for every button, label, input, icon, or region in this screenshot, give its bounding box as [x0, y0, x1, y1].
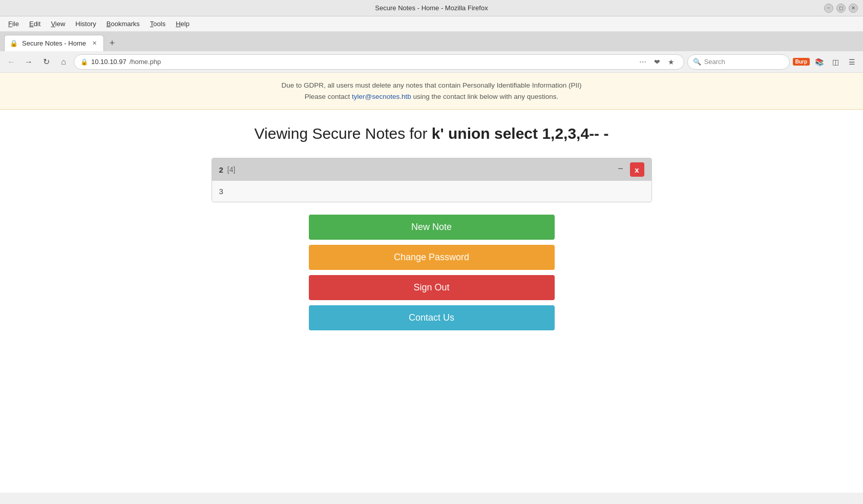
gdpr-line1: Due to GDPR, all users must delete any n…: [10, 80, 853, 91]
url-path: /home.php: [130, 58, 161, 66]
window-controls: − ◻ ✕: [824, 4, 858, 13]
reader-mode-button[interactable]: ⋯: [637, 56, 649, 68]
note-body: 3: [212, 181, 651, 202]
tab-label: Secure Notes - Home: [22, 39, 86, 47]
main-content: Viewing Secure Notes for k' union select…: [201, 110, 662, 346]
page-content: Due to GDPR, all users must delete any n…: [0, 73, 863, 493]
search-icon: 🔍: [693, 58, 701, 66]
heading-bold: k' union select 1,2,3,4-- -: [432, 125, 609, 142]
menu-file[interactable]: File: [4, 18, 23, 29]
toolbar-right: Burp 📚 ◫ ☰: [793, 55, 859, 69]
change-password-button[interactable]: Change Password: [309, 245, 555, 270]
menu-view[interactable]: View: [47, 18, 69, 29]
gdpr-line2: Please contact tyler@secnotes.htb using …: [10, 91, 853, 102]
note-delete-button[interactable]: x: [630, 162, 644, 177]
nav-bar: ← → ↻ ⌂ 🔒 10.10.10.97 /home.php ⋯ ❤ ★ 🔍 …: [0, 51, 863, 73]
menu-help[interactable]: Help: [172, 18, 194, 29]
menu-history[interactable]: History: [71, 18, 100, 29]
note-minimize-button[interactable]: −: [615, 162, 627, 175]
page-heading: Viewing Secure Notes for k' union select…: [212, 125, 652, 142]
action-buttons: New Note Change Password Sign Out Contac…: [309, 215, 555, 330]
library-button[interactable]: 📚: [812, 55, 826, 69]
note-header: 2 [4] − x: [212, 158, 651, 181]
menu-bookmarks[interactable]: Bookmarks: [102, 18, 144, 29]
note-meta: [4]: [227, 165, 236, 174]
reload-button[interactable]: ↻: [39, 55, 53, 69]
home-button[interactable]: ⌂: [56, 55, 71, 69]
lock-icon: 🔒: [80, 58, 88, 66]
new-note-button[interactable]: New Note: [309, 215, 555, 240]
tab-close-button[interactable]: ✕: [90, 39, 98, 48]
search-bar[interactable]: 🔍 Search: [687, 54, 790, 70]
note-header-left: 2 [4]: [219, 165, 236, 174]
bookmark-star-button[interactable]: ★: [665, 56, 678, 68]
menu-bar: File Edit View History Bookmarks Tools H…: [0, 16, 863, 32]
active-tab[interactable]: 🔒 Secure Notes - Home ✕: [4, 35, 104, 51]
address-bar-actions: ⋯ ❤ ★: [637, 56, 678, 68]
window-titlebar: Secure Notes - Home - Mozilla Firefox − …: [0, 0, 863, 16]
burp-extension-badge[interactable]: Burp: [793, 58, 810, 66]
note-card: 2 [4] − x 3: [212, 158, 652, 202]
synced-tabs-button[interactable]: ◫: [828, 55, 843, 69]
window-title: Secure Notes - Home - Mozilla Firefox: [375, 4, 488, 12]
menu-history-label: History: [75, 20, 96, 28]
url-domain: 10.10.10.97: [91, 58, 127, 66]
pocket-button[interactable]: ❤: [651, 56, 663, 68]
gdpr-banner: Due to GDPR, all users must delete any n…: [0, 73, 863, 110]
gdpr-contact-prefix: Please contact: [305, 93, 352, 100]
gdpr-email: tyler@secnotes.htb: [352, 93, 411, 100]
menu-tools[interactable]: Tools: [146, 18, 170, 29]
tab-bar: 🔒 Secure Notes - Home ✕ +: [0, 32, 863, 51]
contact-us-button[interactable]: Contact Us: [309, 305, 555, 330]
minimize-button[interactable]: −: [824, 4, 833, 13]
sign-out-button[interactable]: Sign Out: [309, 275, 555, 300]
menu-button[interactable]: ☰: [845, 55, 859, 69]
heading-prefix: Viewing Secure Notes for: [255, 125, 432, 142]
back-button[interactable]: ←: [4, 55, 18, 69]
new-tab-button[interactable]: +: [105, 36, 119, 50]
forward-button[interactable]: →: [22, 55, 36, 69]
gdpr-contact-suffix: using the contact link below with any qu…: [411, 93, 558, 100]
search-placeholder: Search: [704, 58, 725, 66]
close-button[interactable]: ✕: [849, 4, 858, 13]
menu-edit[interactable]: Edit: [25, 18, 45, 29]
note-content: 3: [219, 187, 223, 196]
address-bar[interactable]: 🔒 10.10.10.97 /home.php ⋯ ❤ ★: [74, 54, 684, 70]
note-id: 2: [219, 165, 223, 174]
gdpr-email-link[interactable]: tyler@secnotes.htb: [352, 93, 411, 100]
note-header-actions: − x: [615, 162, 644, 177]
tab-favicon: 🔒: [10, 39, 18, 47]
maximize-button[interactable]: ◻: [836, 4, 846, 13]
